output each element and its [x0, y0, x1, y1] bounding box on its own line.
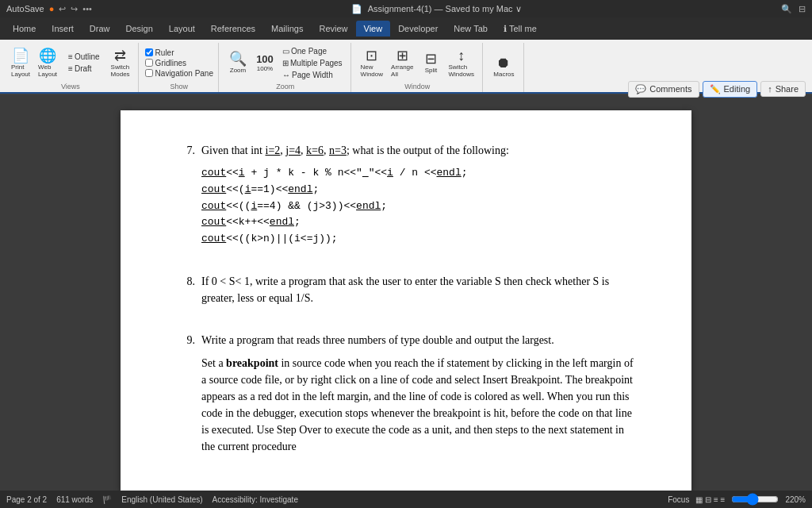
tab-design[interactable]: Design	[118, 21, 161, 37]
show-checks: Ruler Gridlines Navigation Pane	[145, 48, 213, 78]
tab-newtab[interactable]: New Tab	[446, 21, 496, 37]
editing-icon: ✏️	[710, 84, 721, 94]
q9-text: Write a program that reads three numbers…	[201, 332, 636, 348]
macros-icon: ⏺	[496, 56, 511, 70]
web-layout-btn[interactable]: 🌐 WebLayout	[35, 47, 60, 79]
title-bar-left: AutoSave ● ↩ ↪ •••	[6, 4, 92, 14]
doc-page: 7. Given that int i=2, j=4, k=6, n=3; wh…	[121, 110, 691, 491]
switch-modes-icon: ⇄	[114, 48, 126, 63]
switch-modes-btn[interactable]: ⇄ SwitchModes	[108, 47, 133, 79]
arrange-all-label: ArrangeAll	[391, 64, 413, 78]
page-width-btn[interactable]: ↔ Page Width	[279, 70, 346, 80]
print-layout-icon: 📄	[12, 48, 29, 63]
ribbon-group-views: 📄 PrintLayout 🌐 WebLayout ≡ Outline ≡ Dr…	[3, 43, 139, 92]
status-bar-left: Page 2 of 2 611 words 🏴 English (United …	[6, 495, 298, 504]
show-label: Show	[170, 83, 189, 90]
window-label: Window	[404, 83, 430, 90]
macros-label: Macros	[493, 71, 514, 78]
saved-status: — Saved to my Mac ∨	[435, 4, 522, 13]
zoom-icon: 🔍	[229, 52, 247, 66]
ribbon: Home Insert Draw Design Layout Reference…	[0, 17, 812, 94]
tab-references[interactable]: References	[203, 21, 263, 37]
zoom-group-label: Zoom	[276, 83, 294, 90]
ruler-check[interactable]: Ruler	[145, 48, 213, 57]
tab-tellme[interactable]: ℹ Tell me	[496, 21, 545, 37]
code-line-4: cout<<k++<<endl;	[201, 214, 636, 231]
q7-code: cout<<i + j * k - k % n<<" "<<i / n <<en…	[201, 165, 636, 248]
share-button[interactable]: ↑ Share	[760, 81, 806, 97]
ribbon-group-window: ⊡ NewWindow ⊞ ArrangeAll ⊟ Split ↕ Switc…	[353, 43, 483, 92]
gridlines-check[interactable]: Gridlines	[145, 59, 213, 67]
question-9: 9. Write a program that reads three numb…	[176, 332, 636, 461]
tab-developer[interactable]: Developer	[390, 21, 446, 37]
q8-text: If 0 < S< 1, write a program that ask th…	[201, 273, 636, 306]
undo-icon[interactable]: ↩	[59, 4, 66, 14]
tab-home[interactable]: Home	[5, 21, 44, 37]
minimize-icon[interactable]: ⊟	[799, 4, 806, 14]
new-window-icon: ⊡	[366, 48, 377, 63]
q8-body: If 0 < S< 1, write a program that ask th…	[201, 273, 636, 313]
navpane-check[interactable]: Navigation Pane	[145, 69, 213, 78]
tab-draw[interactable]: Draw	[82, 21, 118, 37]
question-8: 8. If 0 < S< 1, write a program that ask…	[176, 273, 636, 313]
tab-review[interactable]: Review	[311, 21, 355, 37]
outline-small-btn[interactable]: ≡ Outline	[65, 52, 103, 62]
tab-layout[interactable]: Layout	[161, 21, 203, 37]
code-line-1: cout<<i + j * k - k % n<<" "<<i / n <<en…	[201, 165, 636, 182]
zoom-slider[interactable]	[731, 493, 779, 506]
q7-num: 7.	[176, 142, 195, 254]
zoom-percent: 220%	[785, 495, 806, 504]
show-buttons: Ruler Gridlines Navigation Pane	[145, 44, 213, 81]
print-layout-btn[interactable]: 📄 PrintLayout	[8, 47, 33, 79]
comments-label: Comments	[649, 84, 691, 94]
one-page-btn[interactable]: ▭ One Page	[279, 46, 346, 56]
zoom100-label: 100%	[257, 65, 273, 72]
share-label: Share	[776, 84, 799, 94]
new-window-btn[interactable]: ⊡ NewWindow	[358, 47, 386, 79]
zoom-label: Zoom	[230, 67, 246, 74]
code-line-3: cout<<((i==4) && (j>3))<<endl;	[201, 198, 636, 215]
split-btn[interactable]: ⊟ Split	[419, 50, 444, 75]
split-icon: ⊟	[425, 52, 437, 66]
arrange-all-btn[interactable]: ⊞ ArrangeAll	[388, 47, 416, 79]
focus-label: Focus	[668, 495, 689, 504]
tab-mailings[interactable]: Mailings	[263, 21, 311, 37]
zoom100-btn[interactable]: 100 100%	[252, 52, 278, 74]
question-7: 7. Given that int i=2, j=4, k=6, n=3; wh…	[176, 142, 636, 254]
more-icon[interactable]: •••	[82, 4, 92, 13]
editing-button[interactable]: ✏️ Editing	[703, 81, 758, 98]
q9-body: Write a program that reads three numbers…	[201, 332, 636, 461]
ribbon-content: 📄 PrintLayout 🌐 WebLayout ≡ Outline ≡ Dr…	[0, 40, 812, 94]
views-label: Views	[61, 83, 80, 90]
q7-body: Given that int i=2, j=4, k=6, n=3; what …	[201, 142, 636, 254]
outline-btn[interactable]: ≡ Outline ≡ Draft	[62, 50, 106, 75]
page-info: Page 2 of 2	[6, 495, 47, 504]
search-icon[interactable]: 🔍	[781, 4, 792, 14]
zoom100-icon: 100	[256, 54, 274, 64]
view-icons: ▦ ⊟ ≡ ≡	[695, 495, 725, 504]
ribbon-group-show: Ruler Gridlines Navigation Pane Show	[140, 43, 219, 92]
q7-text: Given that int i=2, j=4, k=6, n=3; what …	[201, 142, 636, 159]
redo-icon[interactable]: ↪	[71, 4, 78, 14]
print-layout-label: PrintLayout	[11, 64, 30, 78]
q9-num: 9.	[176, 332, 195, 461]
lang-flag: 🏴	[102, 495, 112, 504]
comments-icon: 💬	[635, 84, 646, 94]
ribbon-tabs: Home Insert Draw Design Layout Reference…	[0, 17, 812, 40]
share-icon: ↑	[768, 84, 772, 94]
switch-windows-btn[interactable]: ↕ SwitchWindows	[446, 47, 477, 79]
draft-small-btn[interactable]: ≡ Draft	[65, 64, 103, 74]
multi-page-btn[interactable]: ⊞ Multiple Pages	[279, 58, 346, 68]
accessibility: Accessibility: Investigate	[213, 495, 298, 504]
zoom-buttons: 🔍 Zoom 100 100% ▭ One Page ⊞ Multiple Pa…	[225, 44, 346, 81]
doc-area: 7. Given that int i=2, j=4, k=6, n=3; wh…	[0, 94, 812, 491]
macros-btn[interactable]: ⏺ Macros	[490, 54, 517, 79]
tab-insert[interactable]: Insert	[44, 21, 82, 37]
comments-button[interactable]: 💬 Comments	[628, 81, 699, 98]
doc-icon: 📄	[351, 4, 362, 13]
q9-para2: Set a breakpoint in source code when you…	[201, 355, 636, 455]
title-bar-center: 📄 Assignment-4(1) — Saved to my Mac ∨	[92, 4, 781, 14]
zoom-btn[interactable]: 🔍 Zoom	[225, 50, 251, 75]
title-bar-right: 🔍 ⊟	[781, 4, 806, 14]
tab-view[interactable]: View	[356, 21, 391, 37]
